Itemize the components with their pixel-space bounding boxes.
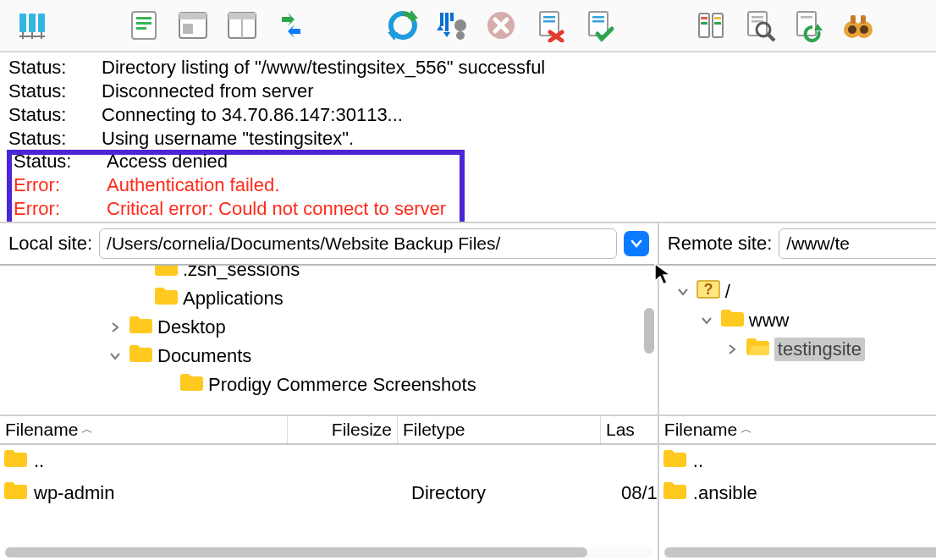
remote-file-list[interactable]: .. .ansible bbox=[659, 445, 936, 560]
log-toggle-icon[interactable] bbox=[174, 7, 212, 44]
tree-item[interactable]: Documents bbox=[0, 342, 658, 371]
log-label: Status: bbox=[8, 127, 102, 151]
svg-rect-13 bbox=[183, 24, 193, 34]
tree-toggle-icon[interactable] bbox=[223, 7, 261, 44]
tree-item[interactable]: .zsh_sessions bbox=[0, 266, 658, 284]
sort-caret-icon: ︿ bbox=[741, 422, 752, 437]
cancel-icon[interactable] bbox=[482, 7, 520, 44]
quickconnect-icon[interactable] bbox=[125, 7, 162, 44]
folder-icon bbox=[3, 449, 27, 473]
svg-point-46 bbox=[848, 25, 856, 34]
filename: wp-admin bbox=[34, 482, 114, 504]
tree-item[interactable]: Applications bbox=[0, 284, 658, 313]
binoculars-icon[interactable] bbox=[840, 7, 877, 44]
list-item[interactable]: .ansible bbox=[659, 477, 936, 509]
tree-item-label: Documents bbox=[157, 345, 251, 367]
log-message: Authentication failed. bbox=[107, 173, 279, 197]
list-item[interactable]: wp-admin Directory 08/1 bbox=[0, 477, 658, 509]
site-manager-icon[interactable] bbox=[14, 7, 51, 44]
log-message: Using username "testingsitex". bbox=[102, 127, 354, 151]
remote-pane: Remote site: ? / www testingsite Filenam… bbox=[659, 223, 936, 560]
expand-chevron[interactable] bbox=[674, 283, 691, 300]
remote-tree[interactable]: ? / www testingsite bbox=[659, 266, 936, 416]
column-last[interactable]: Las bbox=[601, 416, 658, 443]
filter-icon[interactable] bbox=[433, 7, 471, 44]
delete-file-icon[interactable] bbox=[531, 7, 569, 44]
expand-chevron[interactable] bbox=[107, 348, 124, 365]
svg-rect-34 bbox=[714, 17, 721, 19]
transfer-queue-icon[interactable] bbox=[273, 7, 310, 44]
folder-icon bbox=[3, 481, 27, 505]
scrollbar-horizontal[interactable] bbox=[664, 547, 936, 557]
tree-item[interactable]: Prodigy Commerce Screenshots bbox=[0, 371, 658, 399]
svg-rect-29 bbox=[592, 20, 604, 23]
filename: .ansible bbox=[693, 482, 757, 504]
filename: .. bbox=[34, 450, 44, 472]
compare-icon[interactable] bbox=[692, 7, 730, 44]
log-label: Status: bbox=[8, 103, 102, 127]
list-item[interactable]: .. bbox=[659, 445, 936, 477]
log-message: Directory listing of "/www/testingsitex_… bbox=[102, 56, 545, 80]
svg-rect-10 bbox=[136, 27, 146, 30]
svg-rect-49 bbox=[861, 15, 866, 24]
local-tree[interactable]: .zsh_sessions Applications Desktop Docum… bbox=[0, 266, 658, 416]
log-label: Status: bbox=[8, 80, 102, 103]
remote-site-label: Remote site: bbox=[668, 233, 773, 255]
svg-rect-12 bbox=[179, 13, 206, 19]
folder-icon bbox=[663, 481, 686, 505]
svg-rect-2 bbox=[38, 14, 45, 32]
search-icon[interactable] bbox=[741, 7, 779, 44]
expand-chevron[interactable] bbox=[132, 266, 149, 278]
remote-path-input[interactable] bbox=[779, 228, 936, 259]
folder-icon bbox=[179, 373, 203, 397]
tree-item[interactable]: Desktop bbox=[0, 313, 658, 342]
svg-rect-32 bbox=[701, 17, 708, 19]
tree-item[interactable]: testingsite bbox=[659, 335, 936, 364]
tree-item[interactable]: www bbox=[659, 306, 936, 335]
expand-chevron[interactable] bbox=[157, 376, 174, 393]
expand-chevron[interactable] bbox=[107, 319, 124, 336]
svg-marker-20 bbox=[443, 32, 450, 37]
svg-text:?: ? bbox=[703, 281, 713, 298]
message-log[interactable]: Status:Directory listing of "/www/testin… bbox=[0, 52, 936, 222]
folder-icon bbox=[154, 287, 178, 310]
list-item[interactable]: .. bbox=[0, 445, 658, 477]
svg-line-40 bbox=[768, 35, 774, 41]
local-file-list[interactable]: .. wp-admin Directory 08/1 bbox=[0, 445, 658, 560]
scrollbar-horizontal[interactable] bbox=[5, 547, 652, 557]
svg-rect-48 bbox=[851, 15, 856, 24]
check-file-icon[interactable] bbox=[581, 7, 618, 44]
tree-item[interactable]: ? / bbox=[659, 277, 936, 306]
svg-rect-25 bbox=[543, 16, 555, 19]
log-message: Disconnected from server bbox=[102, 80, 314, 103]
sync-icon[interactable] bbox=[790, 7, 828, 44]
svg-rect-0 bbox=[19, 14, 26, 32]
svg-rect-28 bbox=[592, 16, 604, 19]
column-filesize[interactable]: Filesize bbox=[288, 416, 398, 443]
local-path-input[interactable] bbox=[99, 228, 617, 259]
refresh-icon[interactable] bbox=[384, 7, 421, 44]
svg-rect-9 bbox=[136, 22, 151, 25]
tree-item-label: www bbox=[749, 310, 790, 332]
log-message: Connecting to 34.70.86.147:30113... bbox=[102, 103, 403, 127]
local-path-dropdown[interactable] bbox=[624, 231, 649, 256]
log-label: Error: bbox=[14, 173, 107, 197]
log-message: Critical error: Could not connect to ser… bbox=[107, 197, 446, 221]
log-label: Status: bbox=[14, 150, 107, 173]
expand-chevron[interactable] bbox=[698, 312, 715, 329]
svg-rect-26 bbox=[543, 20, 555, 23]
svg-point-47 bbox=[860, 25, 868, 34]
column-filename[interactable]: Filename︿ bbox=[659, 416, 936, 443]
split-panes: Local site: .zsh_sessions Applications D… bbox=[0, 222, 936, 560]
svg-rect-8 bbox=[136, 17, 151, 19]
expand-chevron[interactable] bbox=[724, 341, 741, 358]
filename: .. bbox=[693, 450, 703, 472]
svg-rect-7 bbox=[132, 12, 156, 39]
column-filetype[interactable]: Filetype bbox=[398, 416, 601, 443]
column-filename[interactable]: Filename︿ bbox=[0, 416, 288, 443]
expand-chevron[interactable] bbox=[132, 290, 149, 307]
log-message: Access denied bbox=[107, 150, 228, 173]
folder-icon bbox=[720, 309, 744, 332]
folder-icon bbox=[129, 344, 152, 368]
scrollbar-thumb[interactable] bbox=[644, 308, 654, 354]
